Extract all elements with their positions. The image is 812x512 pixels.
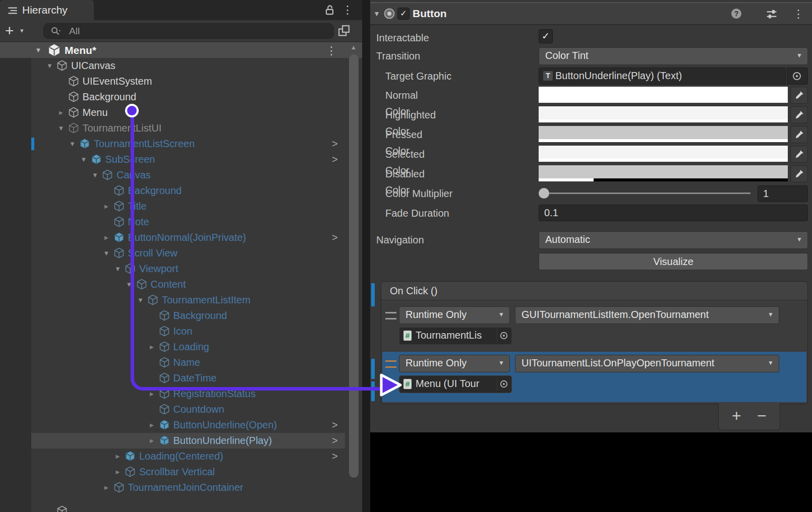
hierarchy-row[interactable]: Countdown bbox=[0, 402, 362, 417]
on-click-event-box: On Click () Runtime Only ▼ GUITournament… bbox=[381, 281, 808, 404]
hierarchy-row[interactable]: Background bbox=[0, 89, 362, 105]
gameobject-cube-icon bbox=[113, 216, 125, 228]
eyedropper-button[interactable] bbox=[790, 106, 808, 123]
gameobject-cube-icon bbox=[68, 106, 80, 118]
empty-area bbox=[370, 432, 812, 512]
lock-icon[interactable] bbox=[323, 4, 336, 17]
foldout-closed-arrow-icon[interactable]: ► bbox=[56, 105, 66, 120]
hierarchy-row[interactable]: UIEventSystem bbox=[0, 74, 362, 89]
eyedropper-button[interactable] bbox=[790, 165, 808, 182]
hierarchy-row[interactable]: ►ButtonUnderline(Open)> bbox=[0, 417, 362, 433]
search-placeholder: All bbox=[69, 24, 80, 38]
color-multiplier-slider-knob[interactable] bbox=[539, 188, 549, 199]
foldout-closed-arrow-icon[interactable]: ► bbox=[147, 417, 157, 433]
foldout-open-arrow-icon[interactable]: ▼ bbox=[113, 261, 123, 277]
scene-foldout-arrow-icon[interactable]: ▼ bbox=[33, 42, 43, 58]
prefab-cube-icon bbox=[124, 450, 136, 462]
event-function-dropdown[interactable]: UITournamentList.OnPlayOpenTournament ▼ bbox=[515, 355, 779, 372]
remove-event-button[interactable]: − bbox=[757, 403, 767, 428]
chevron-down-icon: ▼ bbox=[768, 307, 774, 323]
eyedropper-button[interactable] bbox=[790, 87, 808, 104]
component-enabled-checkbox[interactable]: ✓ bbox=[397, 8, 410, 20]
eyedropper-button[interactable] bbox=[790, 126, 808, 143]
color-multiplier-value: 1 bbox=[763, 186, 769, 201]
scrollbar-up-arrow-icon[interactable]: ▲ bbox=[349, 43, 358, 51]
target-graphic-value: ButtonUnderline(Play) (Text) bbox=[555, 68, 682, 83]
tab-hierarchy[interactable]: Hierarchy bbox=[0, 0, 94, 20]
foldout-open-arrow-icon[interactable]: ▼ bbox=[101, 245, 111, 261]
open-new-window-icon[interactable] bbox=[337, 24, 351, 38]
on-click-title: On Click () bbox=[390, 282, 437, 300]
transition-dropdown[interactable]: Color Tint ▼ bbox=[539, 47, 808, 65]
event-mode-dropdown[interactable]: Runtime Only ▼ bbox=[399, 355, 510, 372]
button-component-header[interactable]: ▼ ✓ Button ? ⋮ bbox=[370, 3, 812, 25]
add-object-dropdown-caret-icon[interactable]: ▾ bbox=[20, 20, 24, 41]
foldout-open-arrow-icon[interactable]: ▼ bbox=[45, 58, 55, 74]
color-swatch[interactable] bbox=[539, 87, 788, 103]
visualize-button[interactable]: Visualize bbox=[539, 253, 808, 270]
event-function-dropdown[interactable]: GUITournamentListItem.OpenTournament ▼ bbox=[515, 306, 779, 324]
hierarchy-list-icon bbox=[6, 4, 19, 17]
add-object-button[interactable]: + bbox=[5, 21, 14, 40]
hierarchy-menu-kebab-icon[interactable]: ⋮ bbox=[342, 4, 353, 17]
navigation-dropdown[interactable]: Automatic ▼ bbox=[539, 231, 808, 249]
component-foldout-arrow-icon[interactable]: ▼ bbox=[370, 3, 383, 24]
target-graphic-picker-button[interactable] bbox=[787, 68, 808, 85]
target-graphic-object-field[interactable]: T ButtonUnderline(Play) (Text) bbox=[539, 68, 786, 85]
prefab-cube-icon bbox=[158, 434, 170, 446]
color-swatch[interactable] bbox=[539, 126, 788, 142]
add-event-button[interactable]: + bbox=[732, 403, 741, 428]
hierarchy-row[interactable]: ►TournamentJoinContainer bbox=[0, 480, 362, 495]
hierarchy-search-input[interactable]: All bbox=[43, 23, 334, 39]
color-swatch[interactable] bbox=[539, 106, 788, 122]
script-icon: # bbox=[403, 331, 412, 341]
hierarchy-row[interactable] bbox=[0, 495, 362, 511]
drag-handle-icon[interactable] bbox=[385, 360, 396, 368]
gameobject-cube-icon bbox=[124, 466, 136, 478]
event-target-object-field[interactable]: # TournamentLis bbox=[399, 327, 512, 345]
prefab-cube-icon bbox=[158, 419, 170, 431]
component-title: Button bbox=[413, 3, 447, 24]
foldout-open-arrow-icon[interactable]: ▼ bbox=[90, 167, 100, 183]
hierarchy-row[interactable]: ►Loading(Centered)> bbox=[0, 449, 362, 464]
event-mode-dropdown[interactable]: Runtime Only ▼ bbox=[399, 306, 510, 324]
search-icon bbox=[50, 26, 61, 37]
component-kebab-icon[interactable]: ⋮ bbox=[793, 8, 804, 21]
interactable-checkbox[interactable]: ✓ bbox=[539, 29, 553, 43]
hierarchy-row[interactable]: ▼UICanvas bbox=[0, 58, 362, 74]
object-picker-button[interactable] bbox=[497, 329, 510, 342]
presets-icon[interactable] bbox=[765, 7, 779, 21]
alpha-strip bbox=[539, 139, 788, 142]
eyedropper-button[interactable] bbox=[790, 146, 808, 163]
drag-handle-icon[interactable] bbox=[385, 312, 396, 319]
fade-duration-field[interactable]: 0.1 bbox=[539, 205, 808, 221]
color-multiplier-slider-track[interactable] bbox=[539, 193, 750, 194]
event-target-object-field[interactable]: # Menu (UI Tour bbox=[399, 375, 512, 393]
object-picker-button[interactable] bbox=[497, 377, 510, 391]
scene-header-row[interactable]: ▼ Menu* ⋮ bbox=[0, 42, 362, 58]
foldout-closed-arrow-icon[interactable]: ► bbox=[101, 199, 111, 214]
foldout-open-arrow-icon[interactable]: ▼ bbox=[79, 152, 89, 167]
prefab-open-arrow[interactable]: > bbox=[332, 433, 338, 449]
foldout-closed-arrow-icon[interactable]: ► bbox=[101, 480, 111, 495]
hierarchy-row[interactable]: ►Scrollbar Vertical bbox=[0, 464, 362, 480]
color-swatch[interactable] bbox=[539, 146, 788, 162]
prefab-open-arrow[interactable]: > bbox=[332, 449, 338, 464]
prefab-open-arrow[interactable]: > bbox=[332, 417, 338, 433]
gameobject-name: UIEventSystem bbox=[83, 74, 152, 89]
color-multiplier-value-field[interactable]: 1 bbox=[758, 185, 808, 202]
gameobject-cube-icon bbox=[113, 184, 125, 197]
color-swatch[interactable] bbox=[539, 165, 788, 181]
foldout-closed-arrow-icon[interactable]: ► bbox=[113, 464, 123, 480]
button-component-icon bbox=[383, 8, 395, 20]
help-icon[interactable]: ? bbox=[730, 8, 742, 20]
foldout-closed-arrow-icon[interactable]: ► bbox=[147, 433, 157, 449]
foldout-open-arrow-icon[interactable]: ▼ bbox=[56, 120, 66, 136]
hierarchy-row[interactable]: ►ButtonUnderline(Play)> bbox=[0, 433, 362, 449]
foldout-closed-arrow-icon[interactable]: ► bbox=[101, 230, 111, 245]
foldout-open-arrow-icon[interactable]: ▼ bbox=[68, 136, 78, 152]
fade-duration-value: 0.1 bbox=[544, 205, 558, 220]
scene-kebab-icon[interactable]: ⋮ bbox=[326, 44, 337, 57]
foldout-closed-arrow-icon[interactable]: ► bbox=[113, 449, 123, 464]
target-graphic-label: Target Graphic bbox=[385, 68, 451, 84]
